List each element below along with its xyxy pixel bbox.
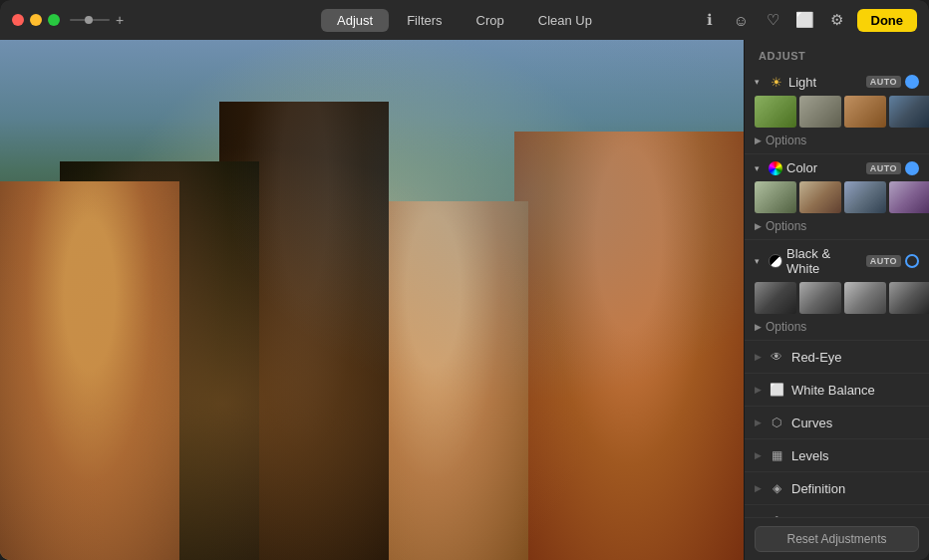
item-selective-color[interactable]: ▶ ⬡ Selective Color	[745, 505, 929, 517]
traffic-lights	[12, 14, 60, 26]
wb-label: White Balance	[791, 383, 919, 398]
section-bw-header[interactable]: ▾ Black & White AUTO	[745, 240, 929, 282]
levels-expand-icon: ▶	[755, 450, 762, 460]
reset-adjustments-button[interactable]: Reset Adjustments	[755, 526, 919, 552]
bw-thumb-1[interactable]	[755, 282, 796, 314]
light-thumb-strip	[745, 96, 929, 132]
nav-buttons: Adjust Filters Crop Clean Up	[321, 9, 608, 32]
photo-overlay	[0, 40, 744, 560]
definition-expand-icon: ▶	[755, 483, 762, 493]
done-button[interactable]: Done	[857, 9, 918, 32]
curves-expand-icon: ▶	[755, 418, 762, 427]
curves-icon: ⬡	[768, 414, 785, 431]
reset-container: Reset Adjustments	[745, 517, 929, 560]
titlebar: + Adjust Filters Crop Clean Up ℹ ☺ ♡ ⬜ ⚙…	[0, 0, 929, 40]
right-panel: Adjust ▾ ☀ Light AUTO ▶	[744, 40, 929, 560]
light-options-chevron-icon: ▶	[755, 136, 762, 145]
emoji-icon[interactable]: ☺	[730, 8, 754, 32]
item-levels[interactable]: ▶ ▦ Levels	[745, 439, 929, 472]
photo-area	[0, 40, 744, 560]
bw-options-label: Options	[766, 320, 806, 334]
titlebar-right: ℹ ☺ ♡ ⬜ ⚙ Done	[698, 8, 918, 32]
definition-label: Definition	[791, 481, 919, 496]
light-thumb-2[interactable]	[799, 96, 841, 128]
bw-options[interactable]: ▶ Options	[745, 318, 929, 340]
maximize-button[interactable]	[48, 14, 60, 26]
bw-auto-badge[interactable]: AUTO	[866, 255, 901, 267]
share-icon[interactable]: ⬜	[793, 8, 817, 32]
zoom-slider[interactable]: +	[70, 12, 124, 28]
color-options-label: Options	[766, 219, 806, 233]
gear-icon[interactable]: ⚙	[825, 8, 849, 32]
nav-filters-button[interactable]: Filters	[391, 9, 458, 32]
bw-thumb-4[interactable]	[889, 282, 929, 314]
panel-header: Adjust	[745, 40, 929, 68]
heart-icon[interactable]: ♡	[762, 8, 785, 32]
main-layout: Adjust ▾ ☀ Light AUTO ▶	[0, 40, 929, 560]
bw-options-chevron-icon: ▶	[755, 322, 762, 332]
red-eye-icon: 👁	[768, 348, 785, 366]
section-light: ▾ ☀ Light AUTO ▶ Options	[745, 68, 929, 154]
curves-label: Curves	[791, 416, 919, 430]
color-thumb-2[interactable]	[799, 181, 841, 213]
section-light-header[interactable]: ▾ ☀ Light AUTO	[745, 68, 929, 96]
section-bw: ▾ Black & White AUTO ▶ Options	[745, 240, 929, 341]
light-chevron-icon: ▾	[755, 77, 765, 87]
light-sun-icon: ☀	[769, 74, 784, 90]
color-circle-icon	[769, 161, 782, 175]
color-thumb-3[interactable]	[844, 181, 886, 213]
light-options-label: Options	[766, 134, 806, 147]
info-icon[interactable]: ℹ	[698, 8, 722, 32]
wb-icon: ⬜	[768, 381, 785, 399]
red-eye-expand-icon: ▶	[755, 352, 762, 362]
nav-adjust-button[interactable]: Adjust	[321, 9, 389, 32]
color-label: Color	[786, 160, 862, 175]
minimize-button[interactable]	[30, 14, 42, 26]
section-color: ▾ Color AUTO ▶ Options	[745, 154, 929, 240]
bw-circle-icon	[769, 254, 782, 268]
light-thumb-3[interactable]	[844, 96, 886, 128]
levels-label: Levels	[791, 448, 919, 463]
item-red-eye[interactable]: ▶ 👁 Red-Eye	[745, 341, 929, 374]
color-options-chevron-icon: ▶	[755, 221, 762, 231]
photo-background	[0, 40, 744, 560]
color-thumb-4[interactable]	[889, 181, 929, 213]
color-auto-badge[interactable]: AUTO	[866, 162, 901, 174]
nav-crop-button[interactable]: Crop	[461, 9, 520, 32]
light-label: Light	[788, 75, 862, 90]
bw-thumb-2[interactable]	[799, 282, 841, 314]
bw-thumb-strip	[745, 282, 929, 318]
red-eye-label: Red-Eye	[791, 350, 919, 365]
light-thumb-4[interactable]	[889, 96, 929, 128]
color-toggle[interactable]	[905, 161, 919, 175]
nav-cleanup-button[interactable]: Clean Up	[522, 9, 608, 32]
color-options[interactable]: ▶ Options	[745, 217, 929, 239]
light-options[interactable]: ▶ Options	[745, 132, 929, 153]
item-definition[interactable]: ▶ ◈ Definition	[745, 472, 929, 505]
bw-toggle[interactable]	[905, 254, 919, 268]
item-white-balance[interactable]: ▶ ⬜ White Balance	[745, 374, 929, 407]
light-toggle[interactable]	[905, 75, 919, 89]
color-thumb-strip	[745, 181, 929, 217]
color-thumb-1[interactable]	[755, 181, 796, 213]
zoom-thumb	[85, 16, 93, 24]
close-button[interactable]	[12, 14, 24, 26]
section-color-header[interactable]: ▾ Color AUTO	[745, 154, 929, 181]
panel-scroll[interactable]: ▾ ☀ Light AUTO ▶ Options	[745, 68, 929, 517]
photo-scene	[0, 40, 744, 560]
item-curves[interactable]: ▶ ⬡ Curves	[745, 407, 929, 439]
bw-thumb-3[interactable]	[844, 282, 886, 314]
levels-icon: ▦	[768, 446, 785, 464]
definition-icon: ◈	[768, 479, 785, 497]
color-chevron-icon: ▾	[755, 163, 765, 173]
light-auto-badge[interactable]: AUTO	[866, 76, 901, 88]
wb-expand-icon: ▶	[755, 385, 762, 395]
zoom-track	[70, 19, 110, 21]
zoom-plus-icon: +	[116, 12, 124, 28]
bw-chevron-icon: ▾	[755, 256, 765, 266]
light-thumb-1[interactable]	[755, 96, 796, 128]
bw-label: Black & White	[786, 246, 862, 276]
